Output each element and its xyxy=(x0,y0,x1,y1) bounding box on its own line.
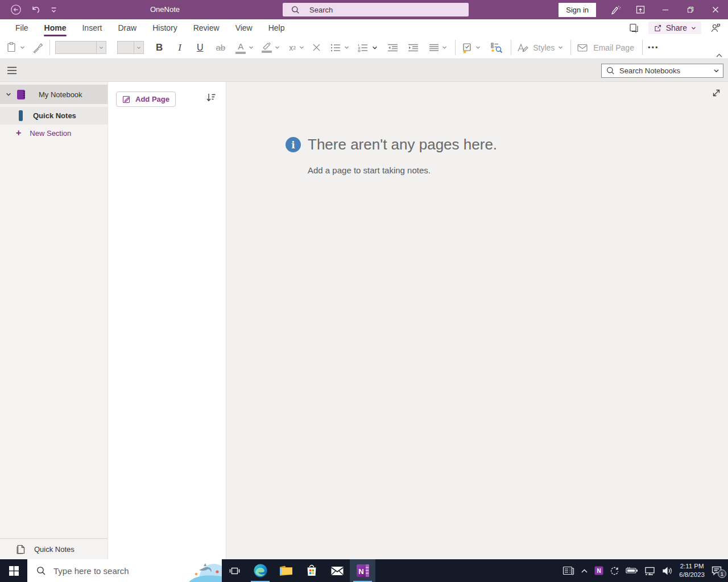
notebook-label: My Notebook xyxy=(39,90,82,99)
search-icon xyxy=(291,6,300,14)
onenote-tray-icon[interactable]: N xyxy=(594,566,603,575)
file-explorer-icon[interactable] xyxy=(273,559,299,582)
tab-file[interactable]: File xyxy=(7,19,36,36)
align-chevron-icon[interactable] xyxy=(442,45,447,50)
edge-icon[interactable] xyxy=(247,559,273,582)
titlebar-search[interactable] xyxy=(283,3,469,16)
more-commands-button[interactable]: ••• xyxy=(648,43,659,52)
back-icon[interactable] xyxy=(10,4,22,15)
paste-button[interactable] xyxy=(6,41,18,53)
tab-view[interactable]: View xyxy=(228,19,260,36)
battery-icon[interactable] xyxy=(626,567,638,575)
decrease-indent-button[interactable] xyxy=(387,43,399,53)
share-button[interactable]: Share xyxy=(648,22,701,34)
nav-toggle-icon[interactable] xyxy=(5,64,19,77)
info-icon: i xyxy=(286,137,301,152)
page-icon xyxy=(16,544,26,555)
windows-taskbar: Type here to search N N xyxy=(0,559,728,582)
bullets-chevron-icon[interactable] xyxy=(344,45,349,50)
customize-qat-icon[interactable] xyxy=(50,6,57,14)
full-page-view-icon[interactable] xyxy=(628,23,639,34)
search-notebooks-box[interactable]: Search Notebooks xyxy=(601,64,723,78)
empty-subtitle: Add a page to start taking notes. xyxy=(308,165,497,175)
network-icon[interactable] xyxy=(644,566,656,576)
svg-text:N: N xyxy=(358,567,363,576)
clear-formatting-button[interactable] xyxy=(312,43,321,52)
font-name-select[interactable] xyxy=(55,41,106,54)
bullets-button[interactable] xyxy=(330,43,341,53)
page-list-panel: Add Page xyxy=(108,82,226,559)
app-title: OneNote xyxy=(150,5,180,14)
task-view-icon[interactable] xyxy=(222,559,247,582)
italic-button[interactable]: I xyxy=(178,42,181,53)
subscript-button[interactable]: x2 xyxy=(289,43,296,52)
sort-pages-icon[interactable] xyxy=(206,93,216,102)
store-icon[interactable] xyxy=(299,559,324,582)
tab-insert[interactable]: Insert xyxy=(74,19,110,36)
find-tags-button[interactable] xyxy=(490,41,503,54)
new-section-button[interactable]: + New Section xyxy=(0,124,107,142)
ribbon-display-icon[interactable] xyxy=(628,0,653,19)
highlight-button[interactable] xyxy=(262,43,272,53)
align-button[interactable] xyxy=(428,43,440,53)
tab-home[interactable]: Home xyxy=(36,19,75,36)
ink-pen-icon[interactable] xyxy=(603,0,628,19)
strikethrough-button[interactable]: ab xyxy=(216,43,226,52)
notebook-icon xyxy=(16,89,26,100)
taskbar-search[interactable]: Type here to search xyxy=(27,559,222,582)
onenote-icon[interactable]: N xyxy=(350,559,375,582)
volume-icon[interactable] xyxy=(662,566,673,576)
tab-review[interactable]: Review xyxy=(185,19,228,36)
todo-tag-chevron-icon[interactable] xyxy=(475,45,481,50)
sync-status-icon[interactable] xyxy=(610,566,619,576)
quick-notes-footer[interactable]: Quick Notes xyxy=(0,538,107,559)
numbering-button[interactable] xyxy=(357,43,369,53)
quick-notes-footer-label: Quick Notes xyxy=(34,545,75,554)
start-button[interactable] xyxy=(0,559,27,582)
action-center-icon[interactable]: 1 xyxy=(711,566,722,576)
close-button[interactable] xyxy=(703,0,728,19)
bold-button[interactable]: B xyxy=(156,42,163,53)
section-color-bar xyxy=(19,110,23,121)
font-size-select[interactable] xyxy=(117,41,144,54)
tray-chevron-up-icon[interactable] xyxy=(581,568,588,573)
search-highlights-art[interactable] xyxy=(179,559,222,582)
notebook-row[interactable]: My Notebook xyxy=(0,85,107,104)
minimize-button[interactable] xyxy=(653,0,678,19)
highlight-chevron-icon[interactable] xyxy=(275,45,280,50)
titlebar-controls: Sign in xyxy=(559,0,728,19)
section-row-quick-notes[interactable]: Quick Notes xyxy=(0,107,107,124)
quick-access-toolbar xyxy=(10,4,57,15)
font-color-chevron-icon[interactable] xyxy=(249,45,254,50)
search-input[interactable] xyxy=(309,6,452,14)
font-color-button[interactable]: A xyxy=(235,41,246,54)
title-bar: OneNote Sign in xyxy=(0,0,728,19)
numbering-chevron-icon[interactable] xyxy=(372,45,378,51)
add-page-button[interactable]: Add Page xyxy=(116,92,176,107)
tab-history[interactable]: History xyxy=(144,19,185,36)
taskbar-clock[interactable]: 2:11 PM 6/8/2023 xyxy=(679,562,705,579)
undo-icon[interactable] xyxy=(31,5,41,15)
page-canvas[interactable]: i There aren't any pages here. Add a pag… xyxy=(226,82,728,559)
subscript-chevron-icon[interactable] xyxy=(299,45,304,50)
format-painter-button[interactable] xyxy=(32,41,44,54)
underline-button[interactable]: U xyxy=(197,43,204,53)
expand-icon[interactable] xyxy=(712,88,721,98)
chevron-down-icon[interactable] xyxy=(6,92,11,97)
styles-button[interactable]: Styles xyxy=(516,42,563,53)
chevron-down-icon xyxy=(713,68,719,74)
feedback-icon[interactable] xyxy=(710,23,721,34)
notebook-sidebar: My Notebook Quick Notes + New Section Qu… xyxy=(0,82,108,559)
todo-tag-button[interactable] xyxy=(461,41,474,54)
increase-indent-button[interactable] xyxy=(407,43,419,53)
tab-draw[interactable]: Draw xyxy=(110,19,144,36)
sign-in-button[interactable]: Sign in xyxy=(559,3,596,17)
news-widget-icon[interactable] xyxy=(562,566,574,576)
mail-icon[interactable] xyxy=(324,559,350,582)
email-page-button[interactable]: Email Page xyxy=(576,42,634,53)
paste-chevron-icon[interactable] xyxy=(20,45,25,50)
email-page-label: Email Page xyxy=(593,43,634,52)
collapse-ribbon-icon[interactable] xyxy=(715,53,723,58)
restore-button[interactable] xyxy=(678,0,703,19)
tab-help[interactable]: Help xyxy=(260,19,293,36)
